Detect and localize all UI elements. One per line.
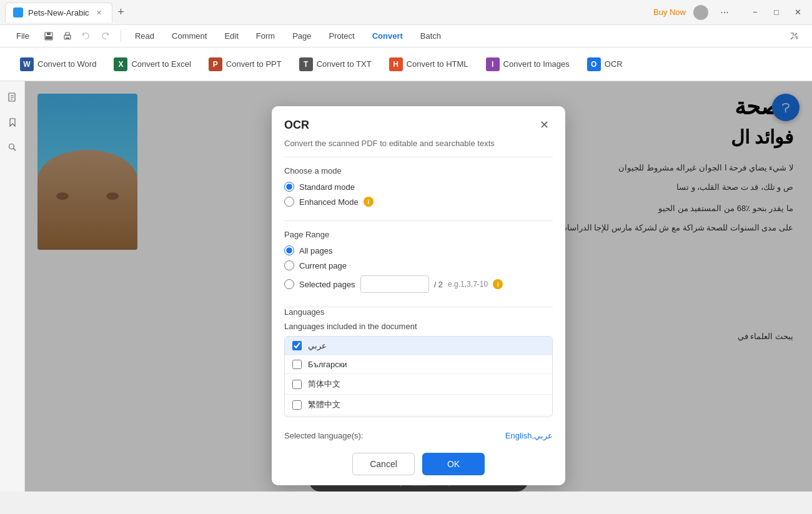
- convert-to-ppt[interactable]: P Convert to PPT: [201, 54, 289, 75]
- menu-comment[interactable]: Comment: [166, 29, 213, 43]
- sidebar-icon-bookmarks[interactable]: [4, 114, 21, 131]
- word-icon: W: [20, 57, 34, 71]
- expand-button[interactable]: [786, 28, 802, 44]
- titlebar: Pets-New-Arabic ✕ + Buy Now ··· − □ ✕: [0, 0, 812, 25]
- redo-icon[interactable]: [97, 28, 113, 44]
- convert-to-txt[interactable]: T Convert to TXT: [292, 54, 379, 75]
- buy-now-button[interactable]: Buy Now: [653, 7, 686, 17]
- app-icon: [13, 7, 23, 17]
- convert-images-label: Convert to Images: [503, 59, 570, 69]
- modal-subtitle: Convert the scanned PDF to editable and …: [272, 139, 565, 157]
- lang-item-croatian[interactable]: Hrvatski: [285, 415, 552, 417]
- page-range-example: e.g.1,3,7-10: [448, 280, 488, 289]
- enhanced-mode-option[interactable]: Enhanced Mode i: [284, 197, 553, 207]
- selected-pages-row: Selected pages / 2 e.g.1,3,7-10 i: [284, 275, 553, 293]
- lang-checkbox-bulgarian[interactable]: [292, 360, 302, 369]
- undo-icon[interactable]: [78, 28, 94, 44]
- titlebar-right: Buy Now ··· − □ ✕: [653, 5, 807, 20]
- user-avatar-button[interactable]: [693, 5, 708, 20]
- selected-pages-label: Selected pages: [299, 280, 355, 289]
- lang-checkbox-chinese-simplified[interactable]: [292, 380, 302, 389]
- html-icon: H: [389, 57, 403, 71]
- ppt-icon: P: [209, 57, 222, 71]
- minimize-button[interactable]: −: [746, 5, 765, 20]
- save-icon[interactable]: [41, 28, 57, 44]
- lang-label-chinese-traditional: 繁體中文: [308, 399, 340, 410]
- sidebar-icon-pages[interactable]: [4, 89, 21, 106]
- modal-overlay: OCR ✕ Convert the scanned PDF to editabl…: [25, 81, 812, 492]
- total-pages: / 2: [434, 280, 443, 289]
- convert-to-html[interactable]: H Convert to HTML: [382, 54, 476, 75]
- menubar: File Read Comment Edit Form Page Protect…: [0, 25, 812, 47]
- convert-excel-label: Convert to Excel: [131, 59, 191, 69]
- file-menu[interactable]: File: [10, 29, 36, 43]
- more-options-button[interactable]: ···: [716, 5, 733, 20]
- ok-button[interactable]: OK: [422, 453, 485, 475]
- page-range-section: Page Range All pages Current page Select…: [272, 221, 565, 307]
- svg-point-10: [9, 144, 14, 149]
- all-pages-option[interactable]: All pages: [284, 245, 553, 255]
- convert-ocr[interactable]: O OCR: [580, 54, 630, 75]
- selected-pages-input[interactable]: [360, 275, 429, 293]
- lang-checkbox-chinese-traditional[interactable]: [292, 400, 302, 410]
- ocr-icon: O: [587, 57, 601, 71]
- menu-form[interactable]: Form: [250, 29, 281, 43]
- standard-mode-radio[interactable]: [284, 182, 294, 192]
- enhanced-mode-info-icon[interactable]: i: [364, 197, 374, 207]
- current-page-option[interactable]: Current page: [284, 260, 553, 270]
- current-page-radio[interactable]: [284, 260, 294, 270]
- menu-separator-1: [121, 31, 121, 42]
- svg-rect-2: [46, 36, 52, 39]
- menu-convert[interactable]: Convert: [366, 29, 409, 43]
- new-tab-button[interactable]: +: [112, 4, 130, 21]
- sidebar-icon-search[interactable]: [4, 139, 21, 156]
- selected-langs-value: English,عربي: [505, 431, 553, 440]
- selected-langs-label: Selected language(s):: [284, 431, 363, 440]
- lang-item-chinese-traditional[interactable]: 繁體中文: [285, 395, 552, 415]
- close-window-button[interactable]: ✕: [788, 5, 807, 20]
- lang-label-chinese-simplified: 简体中文: [308, 378, 340, 390]
- toolbar-icons: [41, 28, 113, 44]
- page-range-label: Page Range: [284, 230, 553, 239]
- mode-section: Choose a mode Standard mode Enhanced Mod…: [272, 157, 565, 220]
- convert-to-word[interactable]: W Convert to Word: [12, 54, 104, 75]
- window-controls: − □ ✕: [746, 5, 807, 20]
- enhanced-mode-label: Enhanced Mode: [299, 197, 359, 207]
- close-tab-button[interactable]: ✕: [94, 7, 104, 17]
- menu-protect[interactable]: Protect: [323, 29, 361, 43]
- lang-checkbox-arabic[interactable]: [292, 341, 302, 350]
- convert-ppt-label: Convert to PPT: [226, 59, 282, 69]
- lang-item-bulgarian[interactable]: Български: [285, 355, 552, 374]
- print-icon[interactable]: [59, 28, 76, 44]
- selected-pages-radio[interactable]: [284, 279, 294, 289]
- menu-batch[interactable]: Batch: [414, 29, 447, 43]
- lang-item-arabic[interactable]: عربي: [285, 337, 552, 355]
- menu-page[interactable]: Page: [286, 29, 317, 43]
- lang-included-label: Languages included in the document: [284, 322, 553, 331]
- modal-header: OCR ✕: [272, 106, 565, 139]
- active-tab[interactable]: Pets-New-Arabic ✕: [5, 2, 112, 22]
- modal-footer: Cancel OK: [272, 445, 565, 485]
- convert-to-excel[interactable]: X Convert to Excel: [106, 54, 198, 75]
- selected-languages-row: Selected language(s): English,عربي: [272, 426, 565, 445]
- standard-mode-option[interactable]: Standard mode: [284, 182, 553, 192]
- convert-to-images[interactable]: I Convert to Images: [478, 54, 577, 75]
- main-content: الصحة فوائد ال لا شيء يضاي فرحة ا الجوان…: [0, 81, 812, 492]
- convert-toolbar: W Convert to Word X Convert to Excel P C…: [0, 47, 812, 81]
- enhanced-mode-radio[interactable]: [284, 197, 294, 207]
- current-page-label: Current page: [299, 261, 347, 270]
- page-range-info-icon[interactable]: i: [493, 279, 503, 289]
- maximize-button[interactable]: □: [767, 5, 786, 20]
- tab-name: Pets-New-Arabic: [28, 8, 89, 17]
- lang-item-chinese-simplified[interactable]: 简体中文: [285, 374, 552, 395]
- all-pages-radio[interactable]: [284, 245, 294, 255]
- modal-close-button[interactable]: ✕: [535, 116, 553, 134]
- cancel-button[interactable]: Cancel: [352, 453, 415, 475]
- all-pages-label: All pages: [299, 246, 332, 255]
- languages-section: Languages Languages included in the docu…: [272, 307, 565, 426]
- selected-pages-option[interactable]: Selected pages: [284, 279, 355, 289]
- svg-rect-1: [47, 32, 51, 35]
- menu-read[interactable]: Read: [129, 29, 161, 43]
- menu-edit[interactable]: Edit: [218, 29, 244, 43]
- svg-line-11: [13, 149, 16, 151]
